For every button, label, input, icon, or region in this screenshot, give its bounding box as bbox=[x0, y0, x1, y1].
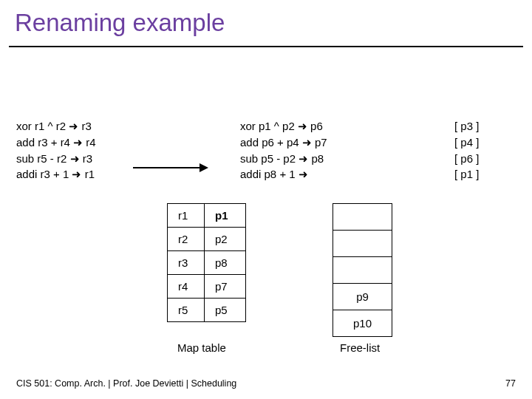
footer-text: CIS 501: Comp. Arch. | Prof. Joe Deviett… bbox=[16, 378, 236, 389]
code-line: add r3 + r4 ➜ r4 bbox=[16, 134, 96, 151]
code-line: [ p3 ] bbox=[454, 118, 479, 134]
map-table-label: Map table bbox=[177, 341, 226, 354]
code-line: addi p8 + 1 ➜ bbox=[240, 166, 327, 183]
code-line: [ p1 ] bbox=[454, 166, 479, 183]
arrow-icon bbox=[133, 167, 207, 168]
map-cell-r: r1 bbox=[168, 204, 205, 228]
free-cell bbox=[333, 257, 392, 284]
map-table: r1p1 r2p2 r3p8 r4p7 r5p5 bbox=[167, 203, 246, 322]
code-line: addi r3 + 1 ➜ r1 bbox=[16, 166, 96, 183]
free-cell: p10 bbox=[333, 310, 392, 337]
map-cell-r: r3 bbox=[168, 251, 205, 275]
map-cell-p: p7 bbox=[205, 275, 246, 299]
source-code-block: xor r1 ^ r2 ➜ r3 add r3 + r4 ➜ r4 sub r5… bbox=[16, 118, 96, 183]
code-line: [ p4 ] bbox=[454, 134, 479, 151]
free-cell bbox=[333, 204, 392, 231]
code-line: [ p6 ] bbox=[454, 151, 479, 167]
free-cell bbox=[333, 231, 392, 257]
renamed-code-block: xor p1 ^ p2 ➜ p6 add p6 + p4 ➜ p7 sub p5… bbox=[240, 118, 327, 183]
code-line: add p6 + p4 ➜ p7 bbox=[240, 134, 327, 151]
page-number: 77 bbox=[505, 378, 516, 389]
slide-title: Renaming example bbox=[15, 9, 225, 37]
map-cell-p: p5 bbox=[205, 299, 246, 322]
map-cell-r: r5 bbox=[168, 299, 205, 322]
map-cell-r: r4 bbox=[168, 275, 205, 299]
code-line: sub r5 - r2 ➜ r3 bbox=[16, 151, 96, 167]
free-list-label: Free-list bbox=[340, 341, 380, 354]
free-list-table: p9 p10 bbox=[332, 203, 392, 337]
code-line: xor r1 ^ r2 ➜ r3 bbox=[16, 118, 96, 134]
free-cell: p9 bbox=[333, 284, 392, 310]
map-cell-p: p8 bbox=[205, 251, 246, 275]
map-cell-r: r2 bbox=[168, 228, 205, 251]
freed-regs-block: [ p3 ] [ p4 ] [ p6 ] [ p1 ] bbox=[454, 118, 479, 183]
map-cell-p: p2 bbox=[205, 228, 246, 251]
code-line: sub p5 - p2 ➜ p8 bbox=[240, 151, 327, 167]
map-cell-p: p1 bbox=[205, 204, 246, 228]
title-underline bbox=[9, 46, 523, 47]
code-line: xor p1 ^ p2 ➜ p6 bbox=[240, 118, 327, 134]
